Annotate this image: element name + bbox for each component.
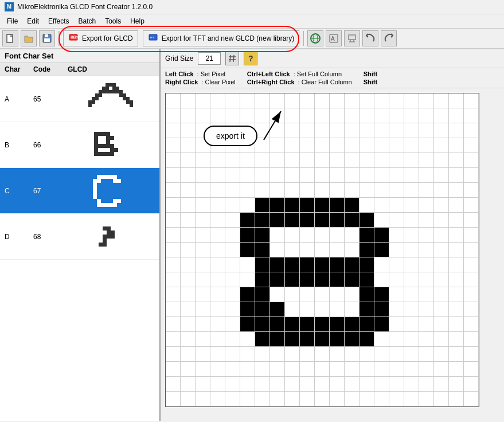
pixel-cell[interactable]: [210, 138, 225, 153]
pixel-cell[interactable]: [449, 243, 464, 257]
pixel-cell[interactable]: [345, 347, 360, 362]
pixel-cell[interactable]: [330, 332, 345, 347]
pixel-cell[interactable]: [255, 213, 270, 228]
pixel-cell[interactable]: [360, 377, 374, 392]
pixel-cell[interactable]: [449, 183, 464, 198]
pixel-cell[interactable]: [225, 287, 240, 302]
pixel-cell[interactable]: [270, 302, 285, 317]
pixel-cell[interactable]: [389, 302, 404, 317]
pixel-cell[interactable]: [315, 228, 330, 243]
pixel-cell[interactable]: [225, 362, 240, 377]
pixel-cell[interactable]: [434, 123, 449, 138]
pixel-cell[interactable]: [330, 347, 345, 362]
pixel-cell[interactable]: [360, 392, 374, 407]
pixel-cell[interactable]: [374, 332, 389, 347]
pixel-cell[interactable]: [210, 287, 225, 302]
pixel-cell[interactable]: [240, 168, 255, 183]
pixel-cell[interactable]: [210, 392, 225, 407]
pixel-cell[interactable]: [360, 272, 374, 287]
pixel-cell[interactable]: [404, 332, 419, 347]
pixel-cell[interactable]: [166, 183, 181, 198]
pixel-cell[interactable]: [330, 213, 345, 228]
pixel-cell[interactable]: [360, 168, 374, 183]
pixel-cell[interactable]: [419, 153, 434, 168]
pixel-cell[interactable]: [404, 108, 419, 123]
pixel-cell[interactable]: [270, 168, 285, 183]
pixel-cell[interactable]: [374, 302, 389, 317]
pixel-cell[interactable]: [434, 377, 449, 392]
pixel-cell[interactable]: [210, 153, 225, 168]
pixel-cell[interactable]: [389, 213, 404, 228]
pixel-cell[interactable]: [285, 228, 300, 243]
pixel-cell[interactable]: [196, 287, 210, 302]
pixel-cell[interactable]: [166, 302, 181, 317]
pixel-cell[interactable]: [210, 257, 225, 272]
pixel-cell[interactable]: [285, 272, 300, 287]
pixel-cell[interactable]: [419, 317, 434, 332]
pixel-cell[interactable]: [300, 332, 315, 347]
pixel-cell[interactable]: [374, 347, 389, 362]
pixel-cell[interactable]: [300, 183, 315, 198]
pixel-cell[interactable]: [345, 243, 360, 257]
pixel-cell[interactable]: [330, 183, 345, 198]
pixel-cell[interactable]: [270, 392, 285, 407]
pixel-cell[interactable]: [404, 302, 419, 317]
pixel-cell[interactable]: [315, 138, 330, 153]
pixel-cell[interactable]: [285, 168, 300, 183]
pixel-cell[interactable]: [270, 108, 285, 123]
grid-size-input[interactable]: [198, 52, 221, 65]
pixel-cell[interactable]: [330, 362, 345, 377]
pixel-cell[interactable]: [181, 302, 196, 317]
pixel-cell[interactable]: [166, 272, 181, 287]
pixel-cell[interactable]: [240, 228, 255, 243]
pixel-cell[interactable]: [345, 362, 360, 377]
pixel-cell[interactable]: [166, 332, 181, 347]
pixel-cell[interactable]: [196, 243, 210, 257]
pixel-cell[interactable]: [404, 377, 419, 392]
pixel-cell[interactable]: [449, 228, 464, 243]
pixel-cell[interactable]: [404, 228, 419, 243]
pixel-cell[interactable]: [196, 228, 210, 243]
pixel-cell[interactable]: [404, 317, 419, 332]
pixel-cell[interactable]: [419, 123, 434, 138]
pixel-cell[interactable]: [345, 168, 360, 183]
pixel-cell[interactable]: [419, 108, 434, 123]
pixel-cell[interactable]: [404, 362, 419, 377]
pixel-cell[interactable]: [464, 213, 479, 228]
pixel-cell[interactable]: [181, 347, 196, 362]
pixel-cell[interactable]: [181, 168, 196, 183]
pixel-cell[interactable]: [300, 228, 315, 243]
pixel-cell[interactable]: [166, 347, 181, 362]
pixel-cell[interactable]: [434, 153, 449, 168]
pixel-cell[interactable]: [374, 138, 389, 153]
pixel-cell[interactable]: [315, 168, 330, 183]
pixel-cell[interactable]: [464, 302, 479, 317]
pixel-cell[interactable]: [181, 362, 196, 377]
pixel-cell[interactable]: [419, 257, 434, 272]
pixel-cell[interactable]: [225, 138, 240, 153]
pixel-cell[interactable]: [404, 243, 419, 257]
pixel-cell[interactable]: [240, 138, 255, 153]
pixel-cell[interactable]: [285, 257, 300, 272]
pixel-cell[interactable]: [181, 377, 196, 392]
pixel-cell[interactable]: [315, 243, 330, 257]
pixel-cell[interactable]: [464, 168, 479, 183]
pixel-cell[interactable]: [374, 168, 389, 183]
pixel-cell[interactable]: [434, 257, 449, 272]
pixel-cell[interactable]: [389, 168, 404, 183]
pixel-cell[interactable]: [360, 317, 374, 332]
pixel-cell[interactable]: [464, 123, 479, 138]
pixel-cell[interactable]: [225, 377, 240, 392]
pixel-cell[interactable]: [464, 183, 479, 198]
pixel-cell[interactable]: [210, 183, 225, 198]
btn-extra1[interactable]: A: [326, 30, 342, 46]
pixel-cell[interactable]: [434, 287, 449, 302]
pixel-cell[interactable]: [255, 317, 270, 332]
pixel-cell[interactable]: [360, 332, 374, 347]
pixel-cell[interactable]: [345, 272, 360, 287]
undo-button[interactable]: [362, 30, 378, 46]
pixel-cell[interactable]: [300, 123, 315, 138]
pixel-cell[interactable]: [270, 377, 285, 392]
pixel-cell[interactable]: [166, 243, 181, 257]
pixel-cell[interactable]: [225, 392, 240, 407]
